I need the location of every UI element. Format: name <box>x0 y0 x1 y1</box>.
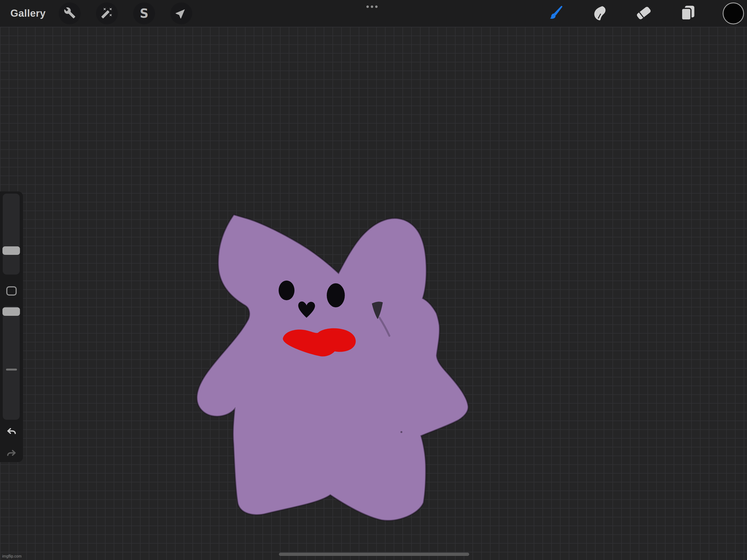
wrench-icon <box>64 7 76 20</box>
selection-s-icon: S <box>140 7 149 20</box>
smudge-finger-icon <box>590 4 609 23</box>
transform-arrow-icon <box>175 7 187 20</box>
overflow-menu-button[interactable] <box>366 5 378 8</box>
undo-button[interactable] <box>5 425 18 439</box>
undo-arrow-icon <box>5 425 18 439</box>
color-swatch[interactable] <box>723 2 744 24</box>
opacity-slider-notch <box>6 368 17 371</box>
brush-size-handle[interactable] <box>2 246 20 255</box>
erase-tool-button[interactable] <box>634 2 653 24</box>
redo-button[interactable] <box>5 447 18 461</box>
opacity-handle[interactable] <box>2 307 20 316</box>
selection-button[interactable]: S <box>133 2 155 24</box>
actions-button[interactable] <box>59 2 81 24</box>
adjustments-button[interactable] <box>96 2 118 24</box>
toolbar-left-group: Gallery S <box>0 0 208 27</box>
smudge-tool-button[interactable] <box>590 2 609 24</box>
ellipsis-dot <box>371 5 373 8</box>
procreate-screen: Gallery S <box>0 0 747 560</box>
layers-icon <box>679 4 697 23</box>
opacity-slider[interactable] <box>3 306 20 420</box>
ellipsis-dot <box>375 5 378 8</box>
paint-tool-button[interactable] <box>545 2 565 24</box>
eraser-icon <box>635 4 653 23</box>
transform-button[interactable] <box>170 2 192 24</box>
gallery-button[interactable]: Gallery <box>10 8 46 19</box>
ellipsis-dot <box>366 5 369 8</box>
toolbar-right-group <box>545 0 744 27</box>
top-toolbar: Gallery S <box>0 0 747 27</box>
modify-button[interactable] <box>6 286 17 296</box>
paintbrush-icon <box>546 4 564 23</box>
layers-button[interactable] <box>678 2 697 24</box>
magic-wand-icon <box>101 7 113 20</box>
brush-size-slider[interactable] <box>3 194 20 275</box>
drawing-canvas[interactable] <box>0 27 747 560</box>
home-indicator[interactable] <box>279 553 469 556</box>
sidebar-panel <box>0 192 23 462</box>
watermark: imgflip.com <box>2 554 22 558</box>
redo-arrow-icon <box>5 447 18 461</box>
